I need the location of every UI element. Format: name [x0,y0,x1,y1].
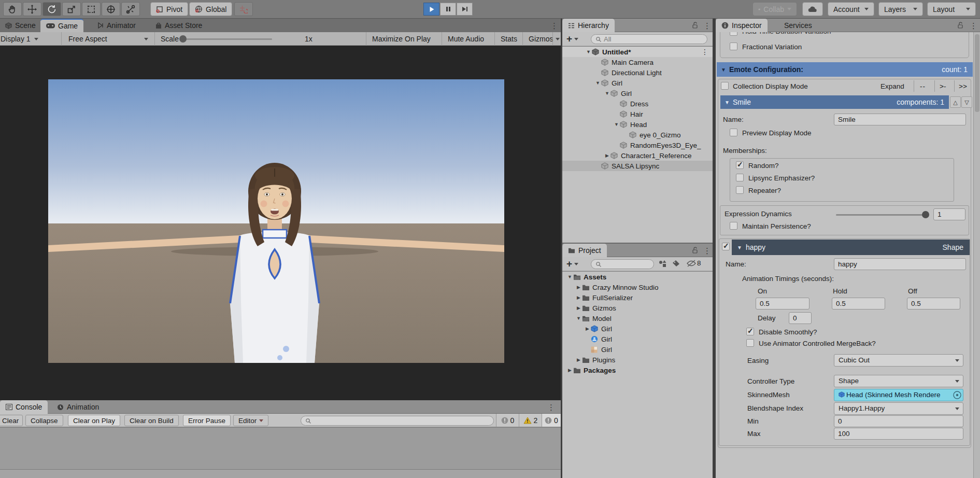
foldout-open-icon[interactable]: ▼ [613,122,620,127]
gizmos-dropdown[interactable]: Gizmos [523,32,558,46]
layout-dropdown[interactable]: Layout [927,2,976,16]
foldout-closed-icon[interactable]: ▶ [584,326,591,331]
move-up-button[interactable]: △ [950,96,961,108]
inspector-scrollbar-thumb[interactable] [975,34,979,112]
hierarchy-item-head[interactable]: ▼Head [562,119,713,130]
play-button[interactable] [423,3,439,16]
scale-tool-button[interactable] [62,2,81,16]
hierarchy-item-girl[interactable]: ▼Girl [562,78,713,88]
console-log-area[interactable] [0,428,561,469]
error-count-toggle[interactable]: 0 [542,414,561,427]
inspector-lock-icon[interactable] [957,22,963,30]
project-item-model[interactable]: ▼Model [562,313,713,324]
foldout-closed-icon[interactable]: ▶ [575,305,582,311]
hold-time-variation-checkbox[interactable] [730,32,737,36]
move-down-button[interactable]: ▽ [961,96,972,108]
cloud-button[interactable] [802,2,823,16]
pause-button[interactable] [440,3,456,16]
project-lock-icon[interactable] [692,247,698,255]
error-pause-button[interactable]: Error Pause [183,415,231,426]
step-button[interactable] [457,3,473,16]
hierarchy-menu-icon[interactable]: ⋮ [703,21,711,31]
tab-asset-store[interactable]: Asset Store [150,19,207,32]
foldout-open-icon[interactable]: ▼ [594,80,601,86]
hierarchy-item-eye-0-gizmo[interactable]: eye 0_Gizmo [562,130,713,140]
controller-type-dropdown[interactable]: Shape [834,375,963,387]
foldout-open-icon[interactable]: ▼ [585,49,592,54]
preview-display-mode-checkbox[interactable] [730,129,737,136]
tab-game[interactable]: Game [40,19,83,32]
maintain-persistence-checkbox[interactable] [730,222,737,230]
tab-project[interactable]: Project [562,244,607,257]
layers-dropdown[interactable]: Layers [878,2,923,16]
hierarchy-item-girl[interactable]: ▼Girl [562,88,713,99]
hand-tool-button[interactable] [3,2,22,16]
easing-dropdown[interactable]: Cubic Out [834,354,963,367]
console-detail-area[interactable] [0,469,561,478]
delay-field[interactable] [789,312,812,324]
console-panel-menu-icon[interactable]: ⋮ [547,403,555,412]
account-dropdown[interactable]: Account [828,2,874,16]
project-menu-icon[interactable]: ⋮ [703,246,711,256]
stats-toggle[interactable]: Stats [495,32,522,46]
mergeback-checkbox[interactable] [746,339,754,347]
tab-console[interactable]: Console [0,400,48,414]
tab-services[interactable]: Services [779,19,817,32]
transform-tool-button[interactable] [102,2,120,16]
scene-menu-icon[interactable]: ⋮ [701,48,708,56]
mixed-expand-button[interactable]: >- [940,82,946,90]
on-field[interactable] [756,298,809,310]
project-item-assets[interactable]: ▼Assets [562,272,713,282]
foldout-open-icon[interactable]: ▼ [566,274,573,279]
hierarchy-item-dress[interactable]: Dress [562,99,713,109]
hierarchy-item-character1-reference[interactable]: ▶Character1_Reference [562,150,713,161]
blendshape-index-dropdown[interactable]: Happy1.Happy [834,402,963,415]
clear-on-play-button[interactable]: Clear on Play [68,415,120,426]
project-item-gizmos[interactable]: ▶Gizmos [562,303,713,313]
expand-button[interactable]: Expand [880,82,904,90]
foldout-open-icon[interactable]: ▼ [725,100,730,105]
move-tool-button[interactable] [23,2,41,16]
disable-smoothly-checkbox[interactable] [746,328,754,335]
global-toggle[interactable]: Global [189,2,232,16]
hierarchy-item-main-camera[interactable]: Main Camera [562,57,713,67]
info-count-toggle[interactable]: 0 [496,414,519,427]
lipsync-emphasizer-checkbox[interactable] [736,174,744,181]
repeater-checkbox[interactable] [736,186,744,194]
custom-tool-button[interactable] [121,2,140,16]
hidden-packages-toggle[interactable]: 8 [687,259,701,267]
foldout-closed-icon[interactable]: ▶ [566,368,573,373]
gizmos-caret-icon[interactable] [556,38,560,40]
rotate-tool-button[interactable] [42,2,61,16]
project-item-crazy-minnow-studio[interactable]: ▶Crazy Minnow Studio [562,282,713,292]
project-create-button[interactable]: + [566,258,578,270]
random-checkbox[interactable] [736,161,744,169]
mute-audio-toggle[interactable]: Mute Audio [443,32,489,46]
hierarchy-create-button[interactable]: + [566,33,578,45]
project-item-plugins[interactable]: ▶Plugins [562,355,713,365]
tab-animation[interactable]: Animation [52,400,104,414]
foldout-closed-icon[interactable]: ▶ [575,295,582,300]
name-field[interactable] [834,114,966,125]
smile-header[interactable]: ▼ Smile components: 1 [720,95,949,109]
collection-display-mode-checkbox[interactable] [721,82,729,90]
project-search-input[interactable] [591,259,654,269]
tab-hierarchy[interactable]: Hierarchy [562,19,615,32]
happy-enabled-checkbox[interactable] [722,243,730,250]
warning-count-toggle[interactable]: 2 [519,414,542,427]
expression-value-field[interactable] [933,208,965,220]
foldout-closed-icon[interactable]: ▶ [575,357,582,362]
foldout-open-icon[interactable]: ▼ [737,245,742,250]
object-picker-icon[interactable] [953,390,962,401]
scale-slider-handle[interactable] [179,35,187,43]
project-item-girl[interactable]: Girl [562,344,713,355]
tab-animator[interactable]: Animator [92,19,141,32]
hierarchy-item-directional-light[interactable]: Directional Light [562,67,713,78]
search-by-label-button[interactable] [672,260,680,269]
rect-tool-button[interactable] [82,2,101,16]
foldout-closed-icon[interactable]: ▶ [575,285,582,290]
editor-dropdown[interactable]: Editor [233,415,268,426]
hierarchy-item-salsa-lipsync[interactable]: SALSA Lipsync [562,161,713,171]
expression-slider-handle[interactable] [922,211,929,218]
skinnedmesh-object-field[interactable]: Head (Skinned Mesh Rendere [834,389,963,401]
